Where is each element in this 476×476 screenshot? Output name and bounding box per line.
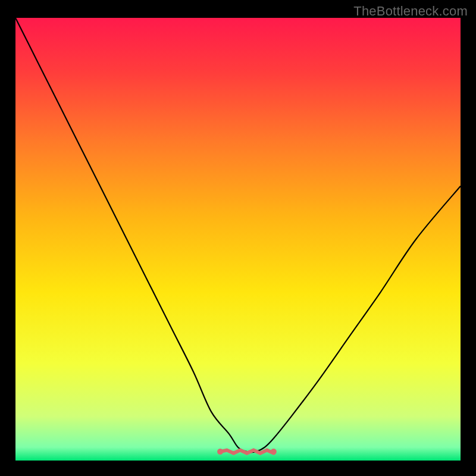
flat-region-dot-right: [271, 449, 277, 455]
plot-area: [15, 18, 461, 461]
flat-region-dot-left: [217, 449, 223, 455]
chart-frame: [15, 18, 461, 461]
watermark-text: TheBottleneck.com: [353, 4, 468, 19]
gradient-background: [15, 18, 461, 461]
